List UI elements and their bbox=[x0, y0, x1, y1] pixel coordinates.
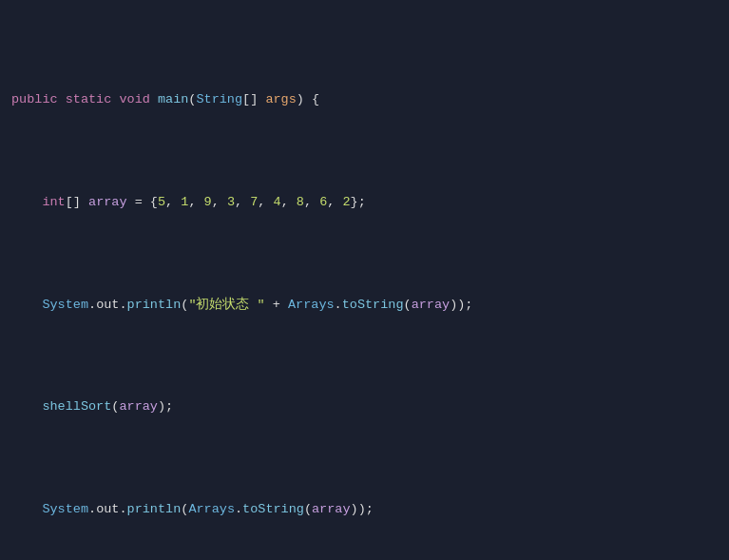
code-container: public static void main(String[] args) {… bbox=[0, 0, 729, 560]
code-line-1: public static void main(String[] args) { bbox=[11, 89, 718, 109]
code-line-4: shellSort(array); bbox=[11, 396, 718, 416]
code-line-5: System.out.println(Arrays.toString(array… bbox=[11, 499, 718, 519]
code-block: public static void main(String[] args) {… bbox=[11, 8, 718, 560]
code-line-2: int[] array = {5, 1, 9, 3, 7, 4, 8, 6, 2… bbox=[11, 192, 718, 212]
code-line-3: System.out.println("初始状态 " + Arrays.toSt… bbox=[11, 295, 718, 315]
